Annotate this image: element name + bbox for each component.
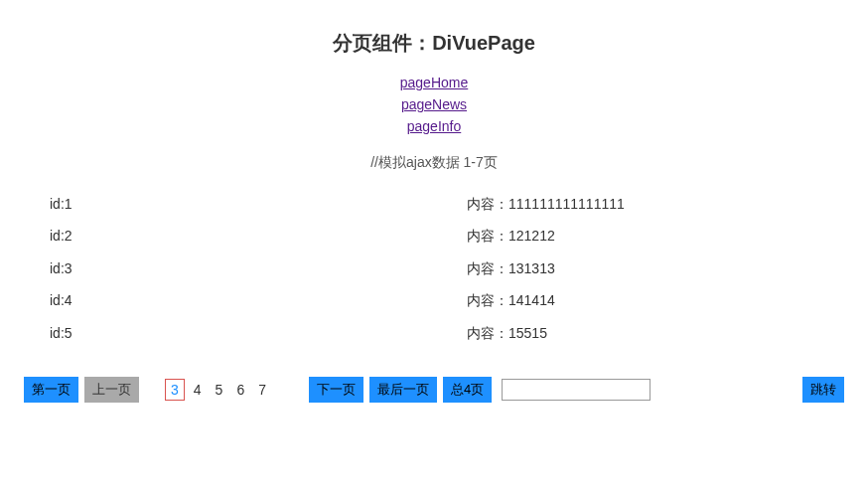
nav-link-pagehome[interactable]: pageHome	[20, 75, 848, 90]
page-number[interactable]: 5	[211, 380, 228, 400]
pagination: 第一页 上一页 3 4 5 6 7 下一页 最后一页 总4页 跳转	[20, 377, 848, 403]
row-content: 内容：131313	[248, 257, 818, 279]
row-content: 内容：121212	[248, 225, 818, 247]
page-number[interactable]: 6	[231, 380, 249, 400]
jump-page-input[interactable]	[502, 379, 651, 401]
page-numbers: 3 4 5 6 7	[165, 379, 271, 401]
table-row: id:3 内容：131313	[50, 252, 818, 284]
row-id: id:4	[50, 289, 248, 311]
row-id: id:5	[50, 322, 248, 344]
nav-links: pageHome pageNews pageInfo	[20, 75, 848, 134]
table-row: id:2 内容：121212	[50, 220, 818, 251]
first-page-button[interactable]: 第一页	[24, 377, 78, 403]
data-list: id:1 内容：111111111111111 id:2 内容：121212 i…	[20, 188, 848, 349]
row-content: 内容：141414	[248, 289, 818, 311]
next-page-button[interactable]: 下一页	[309, 377, 363, 403]
row-id: id:1	[50, 193, 248, 215]
page-title: 分页组件：DiVuePage	[20, 30, 848, 57]
table-row: id:4 内容：141414	[50, 284, 818, 316]
row-id: id:3	[50, 257, 248, 279]
nav-link-pagenews[interactable]: pageNews	[20, 96, 848, 112]
mock-data-note: //模拟ajax数据 1-7页	[20, 154, 848, 172]
table-row: id:5 内容：15515	[50, 317, 818, 349]
nav-link-pageinfo[interactable]: pageInfo	[20, 118, 848, 134]
page-number[interactable]: 4	[189, 380, 207, 400]
row-content: 内容：15515	[248, 322, 818, 344]
prev-page-button[interactable]: 上一页	[84, 377, 139, 403]
page-number-current[interactable]: 3	[165, 379, 185, 401]
table-row: id:1 内容：111111111111111	[50, 188, 818, 220]
page-number[interactable]: 7	[253, 380, 271, 400]
last-page-button[interactable]: 最后一页	[369, 377, 437, 403]
jump-button[interactable]: 跳转	[802, 377, 844, 403]
total-pages-label: 总4页	[443, 377, 492, 403]
row-content: 内容：111111111111111	[248, 193, 818, 215]
row-id: id:2	[50, 225, 248, 247]
